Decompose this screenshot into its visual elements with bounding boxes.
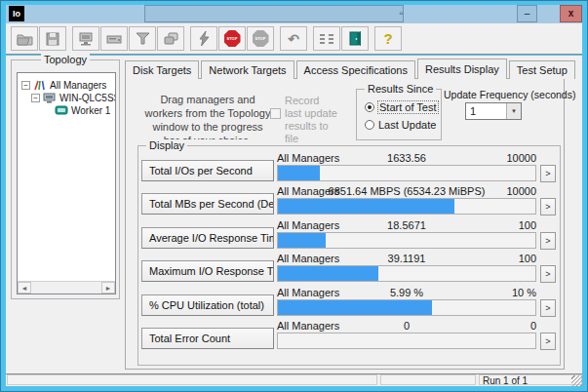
undo-arrow-icon: ↶ (288, 32, 299, 46)
funnel-icon (136, 32, 150, 45)
computer-icon (43, 93, 57, 103)
expand-result-button[interactable]: > (540, 265, 556, 283)
tab-results-display[interactable]: Results Display (417, 59, 507, 79)
duplicate-worker-button[interactable] (157, 26, 184, 51)
tree-item-all-managers[interactable]: − All Managers (21, 79, 106, 92)
new-network-worker-button[interactable] (129, 26, 156, 51)
status-run-indicator: Run 1 of 1 (479, 374, 582, 385)
start-tests-button[interactable] (190, 26, 217, 51)
radio-label: Last Update (378, 119, 436, 131)
max-label: 100 (277, 219, 536, 231)
metric-button-error-count[interactable]: Total Error Count (141, 328, 274, 349)
result-row: Total Error Count All Managers 0 0 > (138, 320, 560, 352)
results-display-panel: Drag managers and workers from the Topol… (125, 78, 565, 370)
progress-fill (278, 266, 378, 281)
worker-icon (55, 105, 68, 116)
close-button[interactable]: x (560, 5, 582, 22)
stop-all-sign-icon: STOP (253, 30, 269, 47)
save-file-button[interactable] (39, 26, 66, 51)
disk-drive-icon (106, 33, 122, 45)
radio-last-update[interactable]: Last Update (365, 119, 436, 131)
lightning-icon (198, 31, 210, 46)
progress-bar (277, 299, 536, 316)
status-section-middle (380, 374, 476, 385)
minimize-button[interactable]: – (517, 5, 537, 22)
max-label: 10000 (277, 152, 536, 164)
max-label: 0 (277, 320, 536, 332)
client-area: Topology − All Managers − WIN-QLC5SSV5R … (6, 56, 582, 374)
open-folder-icon (17, 32, 33, 46)
tab-access-specifications[interactable]: Access Specifications (296, 60, 415, 79)
tab-test-setup[interactable]: Test Setup (509, 60, 575, 79)
tree-item-label: All Managers (50, 80, 106, 91)
topology-title: Topology (41, 54, 90, 65)
metric-button-avg-response[interactable]: Average I/O Response Time (ms) (141, 227, 274, 249)
reset-workers-button[interactable]: ↶ (280, 26, 307, 51)
status-bar: Run 1 of 1 (6, 374, 582, 386)
progress-bar (277, 333, 536, 349)
update-frequency-label: Update Frequency (seconds) (444, 89, 575, 100)
computer-icon (78, 32, 94, 46)
open-file-button[interactable] (11, 26, 38, 51)
record-results-checkbox[interactable] (270, 108, 281, 119)
tab-network-targets[interactable]: Network Targets (201, 60, 294, 79)
progress-bar (277, 165, 536, 181)
progress-bar (277, 232, 536, 249)
topology-group: Topology − All Managers − WIN-QLC5SSV5R … (11, 59, 120, 299)
expand-result-button[interactable]: > (540, 198, 556, 216)
metric-button-total-ios[interactable]: Total I/Os per Second (141, 160, 274, 181)
resize-grip[interactable] (571, 375, 582, 386)
title-bar[interactable]: Io Iometer – ▫ x (6, 5, 582, 23)
exit-button[interactable] (341, 26, 369, 51)
update-frequency-value: 1 (470, 105, 476, 117)
status-section-left (7, 374, 377, 385)
results-since-group: Results Since Start of Test Last Update (356, 89, 442, 140)
collapse-icon[interactable]: − (31, 94, 40, 102)
max-label: 10000 (277, 185, 536, 197)
stop-all-tests-button[interactable]: STOP (247, 26, 274, 51)
progress-fill (278, 233, 326, 248)
max-label: 10 % (277, 287, 536, 298)
tree-item-manager[interactable]: − WIN-QLC5SSV5R (31, 92, 116, 104)
topology-tree[interactable]: − All Managers − WIN-QLC5SSV5R Worker 1 … (17, 72, 116, 294)
new-disk-worker-button[interactable] (100, 26, 128, 51)
result-row: % CPU Utilization (total) All Managers 5… (138, 287, 560, 319)
expand-result-button[interactable]: > (540, 333, 556, 350)
tree-item-label: WIN-QLC5SSV5R (59, 93, 116, 103)
iometer-window: Io Iometer – ▫ x STOP (0, 0, 588, 392)
metric-button-max-response[interactable]: Maximum I/O Response Time (ms) (141, 260, 274, 282)
tab-strip: Disk Targets Network Targets Access Spec… (125, 59, 577, 79)
horizontal-scrollbar[interactable]: ◄ ► (18, 281, 115, 294)
bars-icon (319, 33, 334, 45)
collapse-icon[interactable]: − (21, 81, 30, 90)
maximize-button[interactable]: ▫ (144, 5, 404, 22)
chevron-down-icon[interactable]: ▼ (506, 103, 521, 119)
about-button[interactable]: ? (374, 26, 402, 51)
tree-item-worker[interactable]: Worker 1 (43, 104, 110, 117)
record-results-checkbox-group: Record last update results to file (270, 95, 338, 145)
result-row: Average I/O Response Time (ms) All Manag… (138, 219, 560, 252)
move-workers-button[interactable] (313, 26, 340, 51)
expand-result-button[interactable]: > (540, 165, 556, 182)
scroll-right-arrow[interactable]: ► (101, 282, 115, 294)
new-manager-button[interactable] (72, 26, 99, 51)
progress-fill (278, 166, 320, 180)
metric-button-total-mbs[interactable]: Total MBs per Second (Decimal) (141, 193, 274, 215)
progress-bar (277, 198, 536, 215)
progress-fill (278, 199, 454, 214)
radio-start-of-test[interactable]: Start of Test (365, 101, 438, 113)
tab-disk-targets[interactable]: Disk Targets (125, 60, 199, 79)
update-frequency-select[interactable]: 1 ▼ (465, 102, 522, 120)
metric-button-cpu-utilization[interactable]: % CPU Utilization (total) (141, 294, 274, 316)
record-results-label: Record last update results to file (285, 95, 338, 145)
radio-unselected-icon[interactable] (365, 120, 374, 130)
managers-icon (33, 80, 47, 91)
expand-result-button[interactable]: > (540, 232, 556, 250)
expand-result-button[interactable]: > (540, 299, 556, 317)
display-group: Display Total I/Os per Second All Manage… (137, 145, 561, 366)
radio-selected-icon[interactable] (365, 102, 374, 112)
radio-label: Start of Test (378, 101, 438, 113)
display-title: Display (146, 139, 187, 151)
scroll-left-arrow[interactable]: ◄ (18, 282, 31, 294)
stop-test-button[interactable]: STOP (218, 26, 246, 51)
